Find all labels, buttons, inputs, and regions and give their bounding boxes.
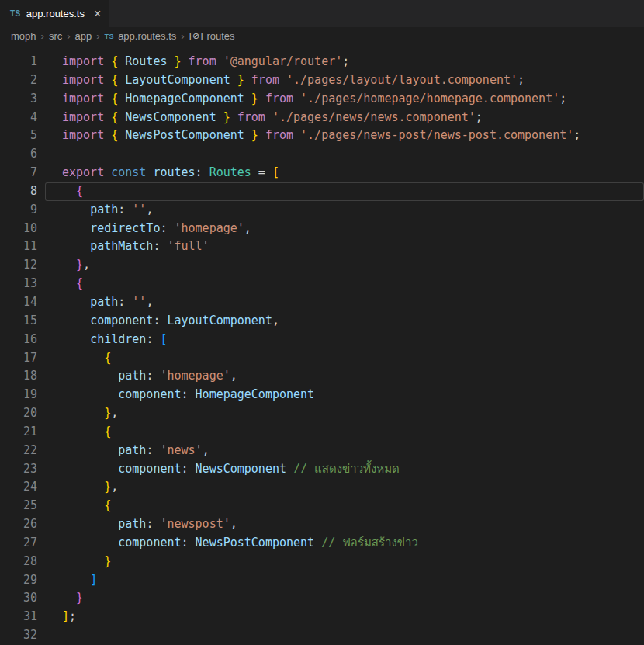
- code-line[interactable]: 12 },: [0, 256, 644, 275]
- code-line[interactable]: 18 path: 'homepage',: [0, 367, 644, 386]
- code-token: =: [251, 165, 272, 179]
- breadcrumb: moph › src › app › TS app.routes.ts › [⊘…: [0, 27, 644, 45]
- line-number: 8: [0, 182, 45, 201]
- code-token: }: [223, 110, 237, 124]
- code-line[interactable]: 4import { NewsComponent } from './pages/…: [0, 109, 644, 127]
- code-token: [62, 239, 90, 253]
- code-line-content: },: [45, 478, 644, 497]
- code-token: path: [118, 517, 146, 531]
- code-line[interactable]: 6: [0, 145, 644, 164]
- code-token: }: [237, 73, 251, 87]
- code-line[interactable]: 20 },: [0, 404, 644, 423]
- code-token: HomepageComponent: [196, 387, 315, 401]
- code-token: [62, 480, 104, 494]
- code-token: 'homepage': [175, 221, 244, 235]
- line-number: 15: [0, 312, 45, 331]
- code-line-content: {: [45, 497, 644, 515]
- code-line[interactable]: 14 path: '',: [0, 293, 644, 312]
- code-line[interactable]: 8 {: [0, 182, 644, 201]
- code-line-content: path: '',: [45, 201, 644, 220]
- code-token: import: [62, 92, 111, 106]
- code-line[interactable]: 19 component: HomepageComponent: [0, 386, 644, 404]
- breadcrumb-item-moph[interactable]: moph: [11, 30, 36, 42]
- code-editor[interactable]: 1import { Routes } from '@angular/router…: [0, 45, 644, 645]
- code-line[interactable]: 22 path: 'news',: [0, 442, 644, 460]
- code-line[interactable]: 30 }: [0, 589, 644, 608]
- breadcrumb-item-file[interactable]: TS app.routes.ts: [105, 30, 177, 42]
- code-token: {: [111, 110, 125, 124]
- typescript-file-icon: TS: [105, 33, 115, 40]
- code-token: [62, 517, 118, 531]
- code-line[interactable]: 32: [0, 626, 644, 645]
- code-line[interactable]: 21 {: [0, 423, 644, 442]
- code-token: :: [146, 332, 160, 346]
- code-line[interactable]: 7export const routes: Routes = [: [0, 164, 644, 182]
- code-line[interactable]: 16 children: [: [0, 331, 644, 349]
- code-line[interactable]: 31];: [0, 608, 644, 626]
- code-token: :: [182, 387, 196, 401]
- code-line[interactable]: 24 },: [0, 478, 644, 497]
- code-token: children: [90, 332, 146, 346]
- code-line[interactable]: 17 {: [0, 349, 644, 368]
- line-number: 31: [0, 608, 45, 626]
- code-line[interactable]: 27 component: NewsPostComponent // ฟอร์ม…: [0, 534, 644, 553]
- code-token: :: [153, 314, 167, 328]
- code-token: './pages/news/news.component': [272, 110, 476, 124]
- line-number: 20: [0, 404, 45, 423]
- code-line[interactable]: 11 pathMatch: 'full': [0, 238, 644, 256]
- code-token: [62, 221, 90, 235]
- code-line[interactable]: 28 }: [0, 553, 644, 571]
- code-token: [62, 591, 76, 605]
- code-token: component: [118, 387, 181, 401]
- tab-app-routes[interactable]: TS app.routes.ts ×: [0, 0, 109, 27]
- code-line[interactable]: 29 ]: [0, 571, 644, 590]
- code-token: NewsPostComponent: [196, 536, 322, 550]
- code-line[interactable]: 1import { Routes } from '@angular/router…: [0, 53, 644, 71]
- line-number: 14: [0, 293, 45, 312]
- code-line[interactable]: 15 component: LayoutComponent,: [0, 312, 644, 331]
- line-number: 10: [0, 220, 45, 238]
- code-token: 'homepage': [160, 369, 230, 383]
- line-number: 32: [0, 626, 45, 645]
- code-token: './pages/layout/layout.component': [286, 73, 518, 87]
- code-token: }: [251, 92, 265, 106]
- code-token: [62, 295, 90, 309]
- line-number: 27: [0, 534, 45, 553]
- code-token: ;: [69, 609, 76, 623]
- code-token: }: [76, 258, 83, 272]
- close-icon[interactable]: ×: [94, 8, 101, 20]
- code-line[interactable]: 26 path: 'newspost',: [0, 515, 644, 534]
- code-token: Routes: [125, 54, 174, 68]
- code-token: {: [111, 92, 125, 106]
- code-token: import: [62, 54, 111, 68]
- code-token: from: [265, 92, 300, 106]
- code-line-content: [45, 145, 644, 164]
- code-line[interactable]: 13 {: [0, 275, 644, 293]
- code-line[interactable]: 2import { LayoutComponent } from './page…: [0, 71, 644, 90]
- line-number: 22: [0, 442, 45, 460]
- code-token: [62, 462, 118, 476]
- code-token: :: [160, 221, 174, 235]
- breadcrumb-item-symbol-routes[interactable]: [⊘] routes: [189, 30, 235, 42]
- code-area[interactable]: 1import { Routes } from '@angular/router…: [0, 53, 644, 645]
- code-line[interactable]: 9 path: '',: [0, 201, 644, 220]
- code-line[interactable]: 5import { NewsPostComponent } from './pa…: [0, 127, 644, 145]
- code-token: 'news': [160, 443, 202, 457]
- code-token: './pages/news-post/news-post.component': [300, 128, 573, 142]
- line-number: 13: [0, 275, 45, 293]
- code-line-content: path: 'news',: [45, 442, 644, 460]
- breadcrumb-item-src[interactable]: src: [49, 30, 62, 42]
- code-token: [62, 184, 76, 198]
- code-token: ,: [230, 517, 237, 531]
- code-line[interactable]: 25 {: [0, 497, 644, 515]
- code-token: ,: [244, 221, 251, 235]
- breadcrumb-item-app[interactable]: app: [75, 30, 92, 42]
- code-token: }: [251, 128, 265, 142]
- code-line[interactable]: 3import { HomepageComponent } from './pa…: [0, 90, 644, 109]
- code-token: NewsComponent: [125, 110, 223, 124]
- code-line-content: path: 'homepage',: [45, 367, 644, 386]
- code-token: ,: [146, 203, 153, 217]
- code-line[interactable]: 10 redirectTo: 'homepage',: [0, 220, 644, 238]
- line-number: 17: [0, 349, 45, 368]
- code-line[interactable]: 23 component: NewsComponent // แสดงข่าวท…: [0, 460, 644, 479]
